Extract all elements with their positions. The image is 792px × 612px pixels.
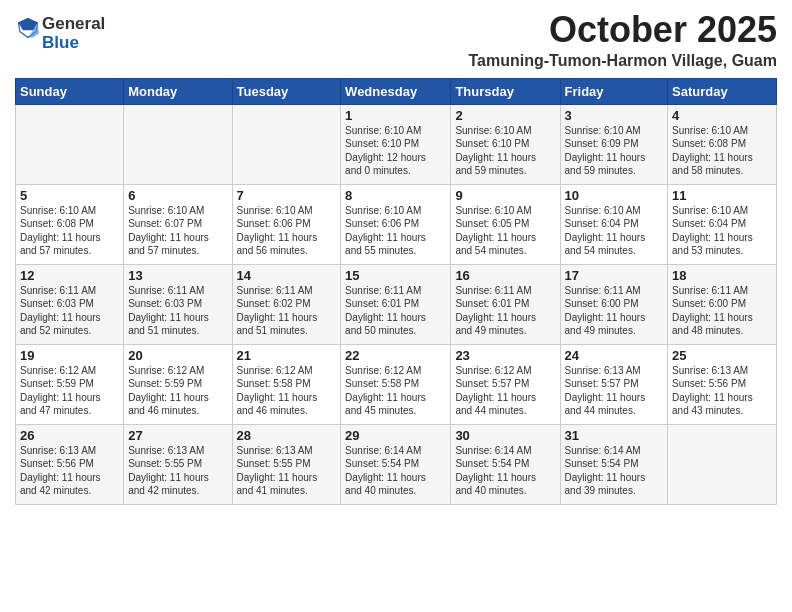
location-title: Tamuning-Tumon-Harmon Village, Guam: [469, 52, 777, 70]
calendar-cell: 16Sunrise: 6:11 AM Sunset: 6:01 PM Dayli…: [451, 264, 560, 344]
day-number: 15: [345, 268, 446, 283]
day-info: Sunrise: 6:12 AM Sunset: 5:58 PM Dayligh…: [345, 364, 446, 418]
page-header: General Blue October 2025 Tamuning-Tumon…: [15, 10, 777, 70]
weekday-header-row: SundayMondayTuesdayWednesdayThursdayFrid…: [16, 78, 777, 104]
day-number: 4: [672, 108, 772, 123]
calendar-cell: 8Sunrise: 6:10 AM Sunset: 6:06 PM Daylig…: [341, 184, 451, 264]
day-info: Sunrise: 6:10 AM Sunset: 6:06 PM Dayligh…: [237, 204, 337, 258]
day-info: Sunrise: 6:11 AM Sunset: 6:02 PM Dayligh…: [237, 284, 337, 338]
day-info: Sunrise: 6:10 AM Sunset: 6:08 PM Dayligh…: [672, 124, 772, 178]
calendar-cell: 23Sunrise: 6:12 AM Sunset: 5:57 PM Dayli…: [451, 344, 560, 424]
calendar-cell: 13Sunrise: 6:11 AM Sunset: 6:03 PM Dayli…: [124, 264, 232, 344]
day-info: Sunrise: 6:13 AM Sunset: 5:56 PM Dayligh…: [20, 444, 119, 498]
calendar-cell: 27Sunrise: 6:13 AM Sunset: 5:55 PM Dayli…: [124, 424, 232, 504]
calendar-cell: [16, 104, 124, 184]
day-number: 14: [237, 268, 337, 283]
day-number: 24: [565, 348, 664, 363]
day-number: 28: [237, 428, 337, 443]
calendar-cell: 14Sunrise: 6:11 AM Sunset: 6:02 PM Dayli…: [232, 264, 341, 344]
calendar-week-row: 26Sunrise: 6:13 AM Sunset: 5:56 PM Dayli…: [16, 424, 777, 504]
day-number: 3: [565, 108, 664, 123]
day-number: 25: [672, 348, 772, 363]
calendar-cell: 31Sunrise: 6:14 AM Sunset: 5:54 PM Dayli…: [560, 424, 668, 504]
weekday-header: Saturday: [668, 78, 777, 104]
day-info: Sunrise: 6:13 AM Sunset: 5:57 PM Dayligh…: [565, 364, 664, 418]
calendar-cell: 19Sunrise: 6:12 AM Sunset: 5:59 PM Dayli…: [16, 344, 124, 424]
calendar-week-row: 19Sunrise: 6:12 AM Sunset: 5:59 PM Dayli…: [16, 344, 777, 424]
day-number: 12: [20, 268, 119, 283]
calendar-cell: 3Sunrise: 6:10 AM Sunset: 6:09 PM Daylig…: [560, 104, 668, 184]
calendar-cell: 5Sunrise: 6:10 AM Sunset: 6:08 PM Daylig…: [16, 184, 124, 264]
day-info: Sunrise: 6:14 AM Sunset: 5:54 PM Dayligh…: [565, 444, 664, 498]
weekday-header: Monday: [124, 78, 232, 104]
logo-general: General: [42, 15, 105, 34]
logo: General Blue: [15, 15, 105, 52]
calendar-week-row: 1Sunrise: 6:10 AM Sunset: 6:10 PM Daylig…: [16, 104, 777, 184]
day-info: Sunrise: 6:13 AM Sunset: 5:55 PM Dayligh…: [237, 444, 337, 498]
day-number: 30: [455, 428, 555, 443]
weekday-header: Tuesday: [232, 78, 341, 104]
day-info: Sunrise: 6:14 AM Sunset: 5:54 PM Dayligh…: [455, 444, 555, 498]
day-number: 11: [672, 188, 772, 203]
logo-icon: [17, 17, 39, 39]
day-number: 7: [237, 188, 337, 203]
day-info: Sunrise: 6:10 AM Sunset: 6:05 PM Dayligh…: [455, 204, 555, 258]
day-number: 22: [345, 348, 446, 363]
calendar-cell: 18Sunrise: 6:11 AM Sunset: 6:00 PM Dayli…: [668, 264, 777, 344]
day-info: Sunrise: 6:10 AM Sunset: 6:07 PM Dayligh…: [128, 204, 227, 258]
calendar-cell: 21Sunrise: 6:12 AM Sunset: 5:58 PM Dayli…: [232, 344, 341, 424]
day-info: Sunrise: 6:10 AM Sunset: 6:10 PM Dayligh…: [455, 124, 555, 178]
calendar-cell: 4Sunrise: 6:10 AM Sunset: 6:08 PM Daylig…: [668, 104, 777, 184]
calendar-cell: [668, 424, 777, 504]
calendar-cell: 7Sunrise: 6:10 AM Sunset: 6:06 PM Daylig…: [232, 184, 341, 264]
day-number: 9: [455, 188, 555, 203]
day-number: 1: [345, 108, 446, 123]
day-number: 26: [20, 428, 119, 443]
calendar-cell: 15Sunrise: 6:11 AM Sunset: 6:01 PM Dayli…: [341, 264, 451, 344]
calendar-cell: 1Sunrise: 6:10 AM Sunset: 6:10 PM Daylig…: [341, 104, 451, 184]
day-number: 5: [20, 188, 119, 203]
day-number: 21: [237, 348, 337, 363]
calendar-cell: 11Sunrise: 6:10 AM Sunset: 6:04 PM Dayli…: [668, 184, 777, 264]
day-info: Sunrise: 6:11 AM Sunset: 6:01 PM Dayligh…: [345, 284, 446, 338]
calendar-cell: [232, 104, 341, 184]
calendar-cell: 10Sunrise: 6:10 AM Sunset: 6:04 PM Dayli…: [560, 184, 668, 264]
day-info: Sunrise: 6:13 AM Sunset: 5:56 PM Dayligh…: [672, 364, 772, 418]
calendar-cell: 12Sunrise: 6:11 AM Sunset: 6:03 PM Dayli…: [16, 264, 124, 344]
calendar-cell: 24Sunrise: 6:13 AM Sunset: 5:57 PM Dayli…: [560, 344, 668, 424]
weekday-header: Wednesday: [341, 78, 451, 104]
calendar-cell: 20Sunrise: 6:12 AM Sunset: 5:59 PM Dayli…: [124, 344, 232, 424]
day-number: 29: [345, 428, 446, 443]
day-info: Sunrise: 6:10 AM Sunset: 6:04 PM Dayligh…: [565, 204, 664, 258]
day-info: Sunrise: 6:10 AM Sunset: 6:10 PM Dayligh…: [345, 124, 446, 178]
calendar-cell: 30Sunrise: 6:14 AM Sunset: 5:54 PM Dayli…: [451, 424, 560, 504]
day-info: Sunrise: 6:11 AM Sunset: 6:00 PM Dayligh…: [565, 284, 664, 338]
day-number: 20: [128, 348, 227, 363]
day-number: 19: [20, 348, 119, 363]
day-number: 13: [128, 268, 227, 283]
day-number: 31: [565, 428, 664, 443]
day-info: Sunrise: 6:12 AM Sunset: 5:58 PM Dayligh…: [237, 364, 337, 418]
weekday-header: Sunday: [16, 78, 124, 104]
day-info: Sunrise: 6:12 AM Sunset: 5:59 PM Dayligh…: [128, 364, 227, 418]
day-info: Sunrise: 6:12 AM Sunset: 5:59 PM Dayligh…: [20, 364, 119, 418]
calendar-cell: 28Sunrise: 6:13 AM Sunset: 5:55 PM Dayli…: [232, 424, 341, 504]
day-info: Sunrise: 6:14 AM Sunset: 5:54 PM Dayligh…: [345, 444, 446, 498]
day-info: Sunrise: 6:11 AM Sunset: 6:01 PM Dayligh…: [455, 284, 555, 338]
calendar-cell: 29Sunrise: 6:14 AM Sunset: 5:54 PM Dayli…: [341, 424, 451, 504]
calendar-cell: 26Sunrise: 6:13 AM Sunset: 5:56 PM Dayli…: [16, 424, 124, 504]
calendar-week-row: 5Sunrise: 6:10 AM Sunset: 6:08 PM Daylig…: [16, 184, 777, 264]
day-info: Sunrise: 6:11 AM Sunset: 6:03 PM Dayligh…: [20, 284, 119, 338]
calendar-cell: 25Sunrise: 6:13 AM Sunset: 5:56 PM Dayli…: [668, 344, 777, 424]
day-info: Sunrise: 6:10 AM Sunset: 6:04 PM Dayligh…: [672, 204, 772, 258]
day-number: 8: [345, 188, 446, 203]
day-number: 10: [565, 188, 664, 203]
logo-blue: Blue: [42, 34, 105, 53]
day-info: Sunrise: 6:11 AM Sunset: 6:03 PM Dayligh…: [128, 284, 227, 338]
day-info: Sunrise: 6:12 AM Sunset: 5:57 PM Dayligh…: [455, 364, 555, 418]
calendar-cell: 17Sunrise: 6:11 AM Sunset: 6:00 PM Dayli…: [560, 264, 668, 344]
day-info: Sunrise: 6:11 AM Sunset: 6:00 PM Dayligh…: [672, 284, 772, 338]
calendar-cell: 9Sunrise: 6:10 AM Sunset: 6:05 PM Daylig…: [451, 184, 560, 264]
day-info: Sunrise: 6:10 AM Sunset: 6:09 PM Dayligh…: [565, 124, 664, 178]
weekday-header: Thursday: [451, 78, 560, 104]
